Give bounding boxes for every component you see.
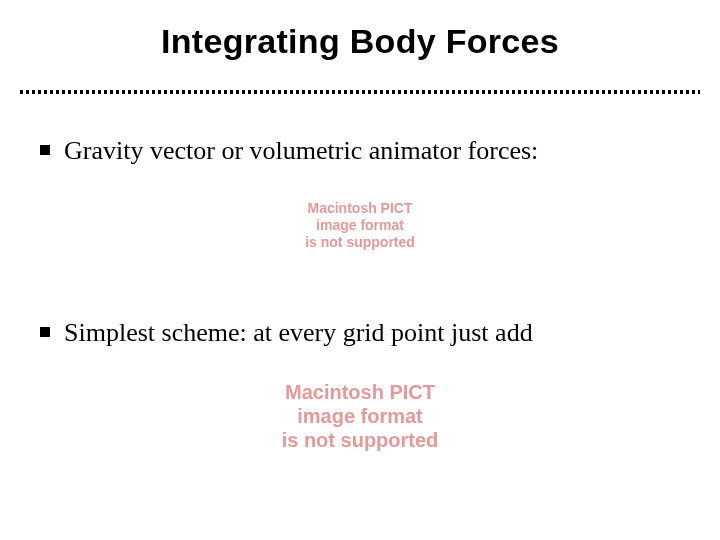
placeholder-line: Macintosh PICT	[305, 200, 415, 217]
square-bullet-icon	[40, 145, 50, 155]
title-divider	[20, 90, 700, 94]
placeholder-line: image format	[282, 404, 439, 428]
placeholder-line: is not supported	[305, 234, 415, 251]
slide-title: Integrating Body Forces	[0, 22, 720, 61]
bullet-item-2: Simplest scheme: at every grid point jus…	[40, 317, 690, 350]
placeholder-line: is not supported	[282, 428, 439, 452]
bullet-text-2: Simplest scheme: at every grid point jus…	[64, 317, 533, 350]
placeholder-line: image format	[305, 217, 415, 234]
pict-placeholder-2: Macintosh PICT image format is not suppo…	[282, 380, 439, 452]
bullet-text-1: Gravity vector or volumetric animator fo…	[64, 135, 538, 168]
square-bullet-icon	[40, 327, 50, 337]
bullet-item-1: Gravity vector or volumetric animator fo…	[40, 135, 690, 168]
slide: Integrating Body Forces Gravity vector o…	[0, 0, 720, 540]
placeholder-line: Macintosh PICT	[282, 380, 439, 404]
pict-placeholder-1: Macintosh PICT image format is not suppo…	[305, 200, 415, 250]
